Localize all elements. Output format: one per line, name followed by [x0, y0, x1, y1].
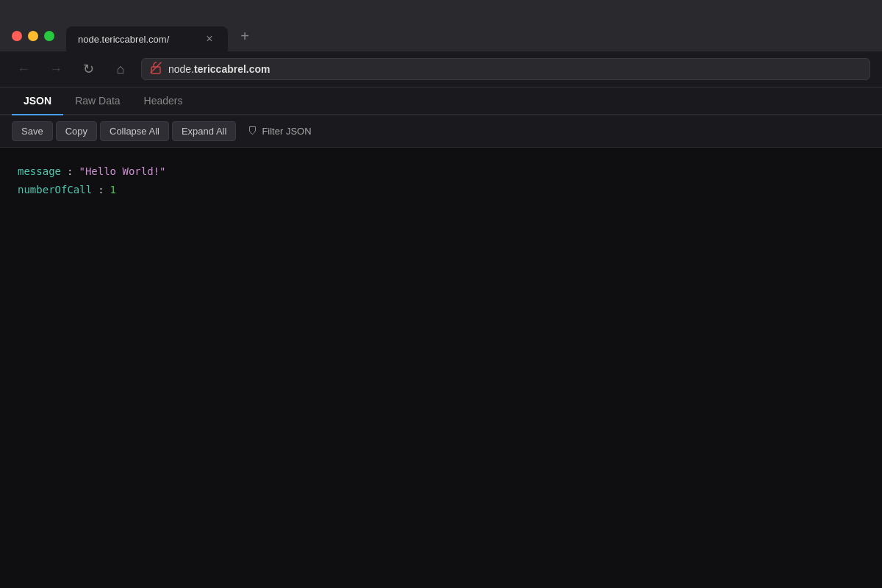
save-button[interactable]: Save: [12, 121, 53, 141]
traffic-lights: [12, 31, 54, 51]
browser-tab[interactable]: node.tericcabrel.com/ ×: [66, 26, 228, 51]
json-key-number-of-call: numberOfCall: [18, 181, 92, 199]
filter-icon: ⛉: [248, 126, 257, 137]
nav-bar: ← → ↻ ⌂ node.tericcabrel.com: [0, 51, 882, 87]
close-traffic-light[interactable]: [12, 31, 22, 41]
copy-button[interactable]: Copy: [56, 121, 97, 141]
json-value-message: "Hello World!": [79, 162, 165, 181]
json-key-message: message: [18, 162, 61, 181]
svg-line-1: [151, 62, 161, 73]
expand-all-button[interactable]: Expand All: [172, 121, 236, 141]
home-button[interactable]: ⌂: [109, 57, 132, 81]
json-toolbar: Save Copy Collapse All Expand All ⛉ Filt…: [0, 115, 882, 148]
json-row-number-of-call: numberOfCall : 1: [18, 181, 864, 199]
minimize-traffic-light[interactable]: [28, 31, 38, 41]
json-content: message : "Hello World!" numberOfCall : …: [0, 148, 882, 588]
filter-label: Filter JSON: [262, 126, 311, 137]
json-colon-number-of-call: :: [98, 181, 104, 199]
url-text: node.tericcabrel.com: [168, 63, 270, 75]
back-button[interactable]: ←: [12, 57, 35, 81]
maximize-traffic-light[interactable]: [44, 31, 54, 41]
forward-button[interactable]: →: [44, 57, 68, 81]
filter-json-button[interactable]: ⛉ Filter JSON: [239, 122, 320, 140]
collapse-all-button[interactable]: Collapse All: [100, 121, 169, 141]
json-colon-message: :: [67, 162, 73, 181]
lock-icon: [149, 61, 162, 77]
address-bar[interactable]: node.tericcabrel.com: [141, 58, 870, 80]
json-value-number-of-call: 1: [110, 181, 116, 199]
address-url: node.tericcabrel.com: [168, 63, 270, 75]
tab-json[interactable]: JSON: [12, 87, 63, 114]
browser-window: node.tericcabrel.com/ × + ← → ↻ ⌂ node.t…: [0, 0, 882, 588]
json-viewer-tabs: JSON Raw Data Headers: [0, 87, 882, 115]
tab-title: node.tericcabrel.com/: [78, 34, 196, 45]
new-tab-button[interactable]: +: [234, 29, 256, 51]
tab-close-icon[interactable]: ×: [203, 32, 216, 46]
reload-button[interactable]: ↻: [76, 57, 100, 81]
tab-raw-data[interactable]: Raw Data: [63, 87, 132, 114]
title-bar: node.tericcabrel.com/ × +: [0, 0, 882, 51]
tab-headers[interactable]: Headers: [132, 87, 195, 114]
json-row-message: message : "Hello World!": [18, 162, 864, 181]
